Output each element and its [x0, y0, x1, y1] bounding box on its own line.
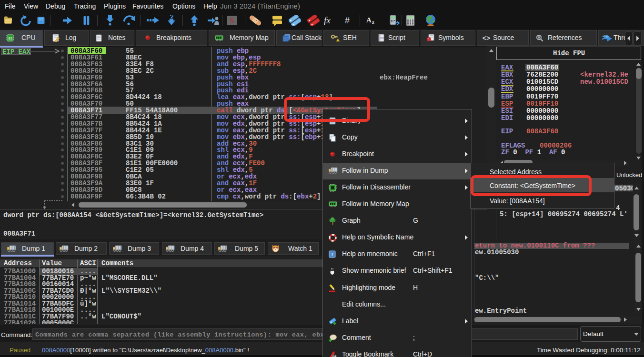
svg-text:?: ? — [331, 251, 334, 257]
svg-text:z: z — [372, 19, 374, 25]
svg-text:#: # — [345, 16, 350, 25]
svg-text:32: 32 — [8, 36, 12, 40]
svg-text:<>: <> — [380, 36, 384, 40]
svg-text:fx: fx — [324, 15, 331, 25]
svg-text:A: A — [366, 16, 372, 24]
svg-text:<>: <> — [483, 34, 490, 42]
svg-text:S: S — [230, 16, 234, 25]
